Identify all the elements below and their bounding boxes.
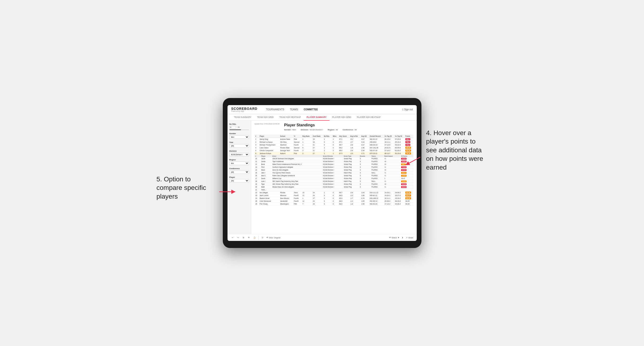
sidebar-no-rds-label: No Rds. [230,123,249,125]
col-reg-rank: Reg Rank [302,135,312,138]
annotation-right: 4. Hover over a player's points to see a… [426,129,488,172]
filter-conference: Conference: All [343,129,357,131]
sidebar-region: Region N/A [230,159,249,165]
toolbar-copy[interactable]: ⧉ [247,236,250,239]
sidebar-year-label: Year [230,141,249,143]
event-row[interactable]: 15Jake IThe Cypress Point ClassicNCAA Di… [254,172,414,174]
toolbar-right: 👁 Watch ▼ ⬇ ↗ Share [389,237,414,239]
table-row[interactable]: 2 Michael La Sasso Ole Miss Second 11800… [254,141,414,144]
filter-division: Division: NCAA Division I [301,129,323,131]
table-row[interactable]: 4 Luke Claton Florida State Second 52720… [254,147,414,149]
col-vs-top50: Vs Top 50 [394,135,404,138]
tab-player-h2h-grid[interactable]: PLAYER H2H GRID [330,114,354,121]
sidebar-gender-select[interactable]: Men Women [230,135,249,139]
toolbar-share[interactable]: ↗ Share [406,237,413,239]
main-content: No Rds. 52 Gender Men Women [228,121,417,234]
standings-table: # Player School Yr Reg Rank Conf Rank No… [254,135,414,205]
event-row[interactable]: 17DavidWilliams CupNCAA Division IStroke… [254,177,414,180]
col-wins: Wins [332,135,338,138]
tab-team-summary[interactable]: TEAM SUMMARY [231,114,254,121]
toolbar-watch[interactable]: 👁 Watch ▼ [389,237,400,239]
tablet-screen: SCOREBOARD Powered by clippi TOURNAMENTS… [228,105,417,241]
tablet-frame: SCOREBOARD Powered by clippi TOURNAMENTS… [223,98,422,248]
toolbar-settings[interactable]: ⚙ [242,236,245,239]
sign-out-link[interactable]: Sign out [404,108,413,111]
toolbar: ↩ ↪ ⚙ ⧉ 📋 ⏱ 👁 View: Original 👁 Watch ▼ [228,234,417,241]
event-row[interactable]: 18Luke ISEC Match Play hosted by Jerry P… [254,180,414,183]
col-rank: # [254,135,259,138]
col-event-type: Event Type [343,155,359,157]
toolbar-download[interactable]: ⬇ [402,237,404,239]
standings-area: Update time: 27/01/2024 16:56:26 Player … [251,121,417,234]
table-row[interactable]: 5 Christo Lamprecht Georgia Tech Fourth … [254,149,414,152]
col-points: Points [404,135,413,138]
nav-teams[interactable]: TEAMS [290,107,298,112]
event-row[interactable]: 14MareiAmer An IntercollegiateNCAA Divis… [254,169,414,172]
event-row[interactable]: 13PitchSouthern Highlands CollegiateNCAA… [254,166,414,169]
filter-row: Gender: Men Division: NCAA Division I Re… [284,129,413,131]
sidebar-year: Year (All) [230,141,249,148]
event-row[interactable]: 12BrentWake Forest Invitational at Pineh… [254,163,414,166]
tab-player-h2h-heatmap[interactable]: PLAYER H2H HEATMAP [354,114,384,121]
sidebar-player-select[interactable]: (All) [230,179,249,182]
nav-committee[interactable]: COMMITTEE [303,107,318,112]
table-row[interactable]: 23 Jack Lundin Missouri Fourth 112400 68… [254,194,414,197]
col-event-div: Event Division [322,155,343,157]
event-details-table: # Player Event Event Division Event Type… [254,155,414,191]
event-row[interactable]: 10JacobUNCW Seahawk IntercollegiateNCAA … [254,157,414,160]
toolbar-paste[interactable]: 📋 [252,236,256,239]
col-no-rds: No Rds. [323,135,332,138]
sidebar-no-rds: No Rds. 52 [230,123,249,130]
table-row[interactable]: 25 Cole Sherwood Vanderbilt Fourth 12240… [254,200,414,203]
col-ev-player: Player [260,155,271,157]
filter-gender: Gender: Men [284,129,296,131]
table-row[interactable]: 26 Petr Hruby Washington Fifth 72300 68.… [254,203,414,205]
standings-title: Player Standings [284,123,413,127]
toolbar-sep1 [258,236,259,239]
toolbar-undo[interactable]: ↩ [231,236,234,239]
table-row[interactable]: 3 Michael Thorbjornsen Stanford Fourth 1… [254,144,414,147]
sidebar-gender: Gender Men Women [230,133,249,139]
sidebar-division: Division NCAA Division I [230,150,249,156]
event-row[interactable]: 21Tesfo... [254,188,414,191]
tab-team-h2h-grid[interactable]: TEAM H2H GRID [254,114,277,121]
col-event: Event [272,155,322,157]
toolbar-redo[interactable]: ↪ [236,236,240,239]
event-row[interactable]: 19TigerSEC Stroke Play hosted by Jerry P… [254,183,414,186]
table-row[interactable]: 22 Ian Gilligan Florida Third 102410 68.… [254,191,414,194]
col-rounds: Rounds [359,155,370,157]
sidebar-region-label: Region [230,159,249,161]
app-header: SCOREBOARD Powered by clippi TOURNAMENTS… [228,105,417,114]
event-row[interactable]: 16Alex CFallen Oak Collegiate Invitation… [254,174,414,177]
sidebar-conference-select[interactable]: (All) [230,170,249,174]
col-num: # [254,155,260,157]
col-status: Status [370,155,383,157]
main-nav: TOURNAMENTS TEAMS COMMITTEE [266,107,318,112]
nav-tournaments[interactable]: TOURNAMENTS [266,107,285,112]
sidebar-player: Player (All) [230,176,249,182]
col-school: School [279,135,293,138]
sidebar-year-select[interactable]: (All) [230,144,249,148]
sidebar-no-rds-min[interactable] [230,126,236,129]
table-row[interactable]: 1 Wenyi Ding Arizona State First 11511 6… [254,138,414,141]
tab-team-h2h-heatmap[interactable]: TEAM H2H HEATMAP [276,114,304,121]
sub-nav: TEAM SUMMARY TEAM H2H GRID TEAM H2H HEAT… [228,114,417,121]
toolbar-clock[interactable]: ⏱ [261,236,264,239]
toolbar-view: 👁 View: Original [266,237,280,239]
sidebar-region-select[interactable]: N/A [230,162,249,165]
col-avg-sg: Avg SG [360,135,369,138]
table-row-highlighted[interactable]: 6 Jackson Kolson Auburn First 22711 67.5… [254,152,414,155]
col-player: Player [259,135,279,138]
sidebar-division-label: Division [230,150,249,152]
col-rank-impact: Rank Impact [383,155,400,157]
tab-player-summary[interactable]: PLAYER SUMMARY [304,114,329,121]
sidebar-division-select[interactable]: NCAA Division I [230,153,249,156]
col-conf-rank: Conf Rank [312,135,323,138]
event-row[interactable]: 11GordoTiger InvitationalNCAA Division I… [254,160,414,163]
sign-out-separator: ·| [402,108,403,111]
sidebar-no-rds-max-val: 52 [238,126,240,128]
table-row[interactable]: 24 Bastien Amat New Mexico Fourth 12720 … [254,197,414,200]
filter-region: Region: All [328,129,338,131]
arrow-right-annotation [406,155,425,169]
event-row[interactable]: 20MattlMirabel Maui Jim IntercollegiateN… [254,186,414,188]
